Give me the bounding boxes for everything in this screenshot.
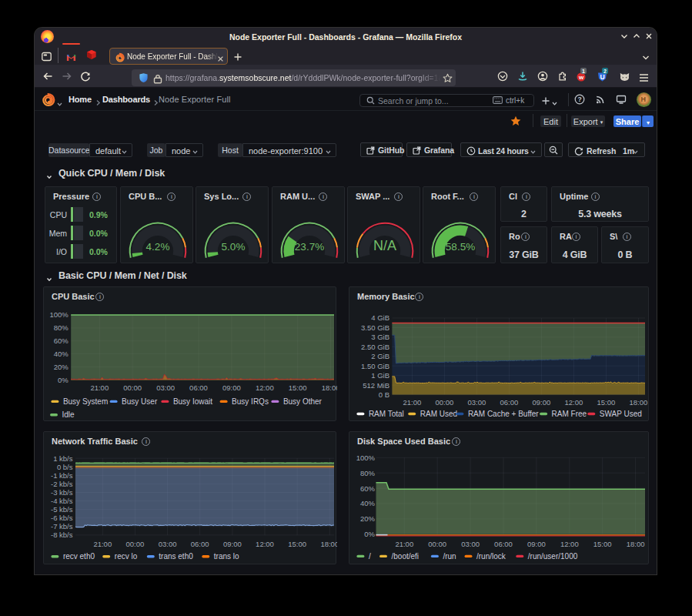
svg-text:20%: 20%	[360, 514, 376, 523]
svg-text:21:00: 21:00	[93, 540, 112, 548]
svg-text:2 GiB: 2 GiB	[371, 352, 389, 360]
svg-text:18:00: 18:00	[627, 540, 645, 548]
svg-text:00:00: 00:00	[126, 540, 145, 548]
svg-text:/boot/efi: /boot/efi	[392, 552, 420, 561]
svg-text:00:00: 00:00	[123, 383, 142, 392]
svg-text:RAM Free: RAM Free	[552, 410, 587, 418]
svg-text:-6 kb/s: -6 kb/s	[51, 514, 73, 522]
svg-text:06:00: 06:00	[191, 540, 209, 548]
svg-text:15:00: 15:00	[288, 540, 306, 548]
svg-text:-2 kb/s: -2 kb/s	[51, 480, 73, 488]
svg-text:15:00: 15:00	[597, 398, 616, 407]
svg-text:-7 kb/s: -7 kb/s	[51, 522, 73, 531]
svg-text:recv lo: recv lo	[115, 552, 138, 561]
svg-text:20%: 20%	[54, 363, 69, 371]
svg-text:?: ?	[577, 95, 581, 103]
svg-text:80%: 80%	[54, 323, 69, 332]
svg-text:/run/lock: /run/lock	[476, 552, 506, 561]
svg-text:recv eth0: recv eth0	[63, 552, 95, 561]
svg-text:0%: 0%	[364, 530, 375, 538]
svg-text:-8 kb/s: -8 kb/s	[51, 531, 73, 539]
svg-text:06:00: 06:00	[189, 383, 208, 392]
svg-text:0 B: 0 B	[379, 390, 389, 399]
svg-text:0%: 0%	[58, 376, 69, 384]
svg-text:06:00: 06:00	[494, 540, 513, 548]
svg-text:Busy System: Busy System	[63, 397, 108, 406]
svg-text:60%: 60%	[360, 484, 376, 493]
svg-text:-5 kb/s: -5 kb/s	[51, 505, 73, 514]
svg-text:12:00: 12:00	[560, 540, 579, 548]
svg-text:4.2%: 4.2%	[146, 241, 170, 253]
svg-text:03:00: 03:00	[468, 398, 486, 407]
svg-text:5.0%: 5.0%	[222, 241, 246, 253]
svg-text:03:00: 03:00	[156, 383, 175, 392]
svg-text:06:00: 06:00	[500, 398, 519, 407]
svg-text:100%: 100%	[49, 310, 69, 319]
svg-text:21:00: 21:00	[403, 398, 422, 407]
svg-text:03:00: 03:00	[159, 540, 177, 548]
svg-text:trans lo: trans lo	[214, 552, 239, 561]
svg-text:3 GiB: 3 GiB	[371, 333, 389, 341]
svg-text:21:00: 21:00	[90, 383, 109, 392]
svg-text:3.50 GiB: 3.50 GiB	[361, 323, 389, 332]
svg-text:0 b/s: 0 b/s	[57, 463, 73, 471]
svg-text:1 GiB: 1 GiB	[371, 371, 389, 380]
svg-text:-1 kb/s: -1 kb/s	[51, 471, 73, 480]
svg-text:18:00: 18:00	[320, 540, 337, 548]
svg-text:40%: 40%	[360, 499, 376, 507]
svg-text:Busy Iowait: Busy Iowait	[173, 397, 212, 406]
svg-text:512 MiB: 512 MiB	[363, 381, 389, 390]
svg-text:Busy User: Busy User	[122, 397, 158, 406]
svg-text:00:00: 00:00	[428, 540, 446, 548]
svg-text:60%: 60%	[54, 336, 69, 345]
svg-text:U: U	[600, 73, 604, 81]
svg-text:4 GiB: 4 GiB	[371, 313, 389, 322]
svg-text:SWAP Used: SWAP Used	[600, 410, 642, 418]
svg-text:2.50 GiB: 2.50 GiB	[361, 343, 389, 351]
svg-text:21:00: 21:00	[395, 540, 413, 548]
svg-text:w: w	[578, 74, 584, 81]
svg-text:N/A: N/A	[373, 238, 396, 253]
svg-text:15:00: 15:00	[289, 383, 307, 392]
svg-text:Idle: Idle	[62, 410, 75, 419]
svg-text:/run: /run	[443, 552, 456, 561]
svg-text:100%: 100%	[356, 454, 376, 462]
svg-text:trans eth0: trans eth0	[159, 552, 193, 561]
svg-text:RAM Cache + Buffer: RAM Cache + Buffer	[468, 410, 539, 418]
svg-text:80%: 80%	[360, 469, 376, 477]
svg-text:18:00: 18:00	[630, 398, 648, 407]
svg-text:Busy IRQs: Busy IRQs	[232, 397, 269, 406]
svg-text:09:00: 09:00	[527, 540, 546, 548]
svg-text:-3 kb/s: -3 kb/s	[51, 488, 73, 497]
svg-text:RAM Total: RAM Total	[369, 410, 404, 418]
svg-text:09:00: 09:00	[222, 383, 241, 392]
svg-text:09:00: 09:00	[533, 398, 551, 407]
svg-text:Busy Other: Busy Other	[283, 397, 323, 406]
svg-text:00:00: 00:00	[436, 398, 454, 407]
svg-text:23.7%: 23.7%	[295, 241, 324, 253]
svg-text:03:00: 03:00	[461, 540, 480, 548]
svg-text:12:00: 12:00	[256, 540, 274, 548]
svg-text:40%: 40%	[54, 350, 69, 358]
svg-text:/run/user/1000: /run/user/1000	[528, 552, 578, 561]
svg-text:18:00: 18:00	[322, 383, 337, 392]
svg-text:1.50 GiB: 1.50 GiB	[361, 362, 389, 370]
svg-text:09:00: 09:00	[223, 540, 242, 548]
svg-text:1 kb/s: 1 kb/s	[53, 454, 73, 463]
svg-text:RAM Used: RAM Used	[420, 410, 457, 418]
svg-text:-4 kb/s: -4 kb/s	[51, 497, 73, 505]
svg-text:15:00: 15:00	[593, 540, 612, 548]
svg-text:12:00: 12:00	[256, 383, 274, 392]
svg-text:12:00: 12:00	[565, 398, 583, 407]
svg-text:58.5%: 58.5%	[446, 241, 475, 253]
svg-text:/: /	[369, 552, 371, 561]
